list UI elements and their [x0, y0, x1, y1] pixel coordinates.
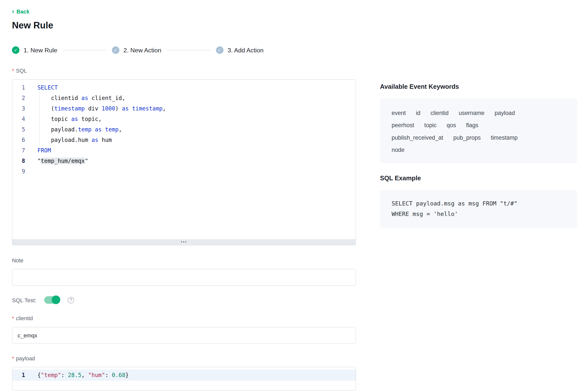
line-number: 7 — [12, 145, 25, 156]
step-check-icon: ✓ — [12, 46, 19, 54]
code-line-text: SELECT — [25, 82, 58, 93]
main-columns: * SQL 1SELECT2 clientid as client_id,3 (… — [12, 68, 588, 391]
line-number: 8 — [12, 156, 25, 166]
editor-line: 5 payload.temp as temp, — [12, 124, 356, 135]
step-connector — [166, 50, 211, 50]
editor-line: 2 clientid as client_id, — [12, 93, 356, 103]
sql-editor[interactable]: 1SELECT2 clientid as client_id,3 (timest… — [12, 79, 356, 240]
keyword-item: timestamp — [491, 134, 518, 142]
editor-line: 1{"temp": 28.5, "hum": 0.68} — [12, 370, 356, 381]
sql-test-toggle[interactable] — [44, 296, 60, 304]
stepper: ✓1. New Rule✓2. New Action✓3. Add Action — [12, 46, 588, 54]
payload-editor[interactable]: 1{"temp": 28.5, "hum": 0.68} — [12, 367, 356, 391]
code-line-text: clientid as client_id, — [25, 93, 126, 103]
editor-line: 1SELECT — [12, 82, 356, 93]
keyword-item: username — [459, 109, 484, 117]
code-line-text: {"temp": 28.5, "hum": 0.68} — [25, 370, 129, 381]
keyword-row: publish_received_atpub_propstimestamp — [392, 134, 568, 142]
keyword-row: peerhosttopicqosflags — [392, 121, 568, 129]
rule-form: * SQL 1SELECT2 clientid as client_id,3 (… — [12, 68, 356, 391]
line-number: 6 — [12, 135, 25, 145]
keyword-item: node — [392, 146, 405, 154]
page-title: New Rule — [12, 20, 588, 31]
sql-label: * SQL — [12, 68, 356, 74]
help-icon[interactable]: ? — [68, 297, 74, 303]
step-label: 1. New Rule — [24, 47, 57, 54]
sql-example-line: SELECT payload.msg as msg FROM "t/#" — [392, 199, 568, 209]
step-check-icon: ✓ — [112, 46, 119, 54]
keyword-item: pub_props — [453, 134, 481, 142]
keyword-item: peerhost — [392, 121, 414, 129]
back-label: Back — [16, 9, 29, 15]
sql-label-text: SQL — [16, 68, 27, 74]
code-line-text: "temp_hum/emqx" — [25, 156, 88, 166]
clientid-input[interactable] — [12, 327, 356, 344]
editor-line: 9 — [12, 166, 356, 177]
editor-line: 7FROM — [12, 145, 356, 156]
line-number: 5 — [12, 124, 25, 135]
keyword-item: clientid — [431, 109, 448, 117]
step-connector — [62, 50, 107, 50]
back-link[interactable]: ‹ Back — [12, 8, 29, 15]
code-line-text: topic as topic, — [25, 114, 102, 124]
step-label: 2. New Action — [124, 47, 161, 54]
step-item-1[interactable]: ✓1. New Rule — [12, 46, 57, 54]
editor-line: 6 payload.hum as hum — [12, 135, 356, 145]
sql-editor-lines: 1SELECT2 clientid as client_id,3 (timest… — [12, 80, 356, 177]
step-item-3[interactable]: ✓3. Add Action — [216, 46, 264, 54]
required-asterisk: * — [12, 315, 14, 321]
event-keywords-panel: eventidclientidusernamepayloadpeerhostto… — [380, 98, 578, 163]
sql-test-row: SQL Test: ? — [12, 296, 356, 304]
line-number: 2 — [12, 93, 25, 103]
keyword-item: event — [392, 109, 406, 117]
new-rule-page: ‹ Back New Rule ✓1. New Rule✓2. New Acti… — [0, 0, 588, 391]
sql-test-label: SQL Test: — [12, 297, 36, 303]
line-number: 1 — [12, 370, 25, 381]
sql-example-line: WHERE msg = 'hello' — [392, 209, 568, 219]
required-asterisk: * — [12, 355, 14, 361]
keyword-row: node — [392, 146, 568, 154]
editor-line: 4 topic as topic, — [12, 114, 356, 124]
resize-dots-icon: ••• — [181, 241, 187, 243]
line-number: 1 — [12, 82, 25, 93]
keyword-item: topic — [424, 121, 437, 129]
clientid-label-text: clientid — [16, 315, 33, 321]
line-number: 4 — [12, 114, 25, 124]
payload-label: * payload — [12, 355, 356, 361]
sql-example-panel: SELECT payload.msg as msg FROM "t/#"WHER… — [380, 190, 578, 228]
keyword-item: id — [416, 109, 420, 117]
editor-line: 3 (timestamp div 1000) as timestamp, — [12, 103, 356, 114]
required-asterisk: * — [12, 68, 14, 74]
note-label-text: Note — [12, 257, 23, 263]
keyword-row: eventidclientidusernamepayload — [392, 109, 568, 117]
keyword-item: flags — [466, 121, 478, 129]
page-content: ‹ Back New Rule ✓1. New Rule✓2. New Acti… — [0, 0, 588, 391]
step-label: 3. Add Action — [228, 47, 264, 54]
keyword-item: qos — [447, 121, 456, 129]
line-number: 9 — [12, 166, 25, 177]
payload-label-text: payload — [16, 355, 35, 361]
editor-resize-handle[interactable]: ••• — [12, 240, 356, 246]
editor-line: 8"temp_hum/emqx" — [12, 156, 356, 166]
chevron-left-icon: ‹ — [12, 8, 14, 15]
keywords-title: Available Event Keywords — [380, 83, 578, 91]
line-number: 3 — [12, 103, 25, 114]
step-check-icon: ✓ — [216, 46, 223, 54]
code-line-text: FROM — [25, 145, 51, 156]
code-line-text — [25, 166, 38, 177]
payload-editor-lines: 1{"temp": 28.5, "hum": 0.68} — [12, 367, 356, 381]
keyword-item: payload — [495, 109, 515, 117]
code-line-text: payload.hum as hum — [25, 135, 112, 145]
code-line-text: (timestamp div 1000) as timestamp, — [25, 103, 166, 114]
keyword-item: publish_received_at — [392, 134, 443, 142]
clientid-label: * clientid — [12, 315, 356, 321]
sql-example-title: SQL Example — [380, 175, 578, 182]
help-sidebar: Available Event Keywords eventidclientid… — [380, 68, 578, 391]
note-input[interactable] — [12, 269, 356, 286]
indent-guide — [39, 93, 40, 145]
step-item-2[interactable]: ✓2. New Action — [112, 46, 161, 54]
note-label: Note — [12, 257, 356, 263]
toggle-knob — [52, 295, 60, 304]
